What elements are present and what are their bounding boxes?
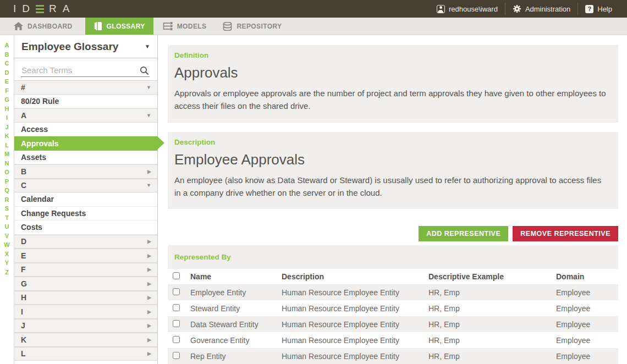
- tree-term-change-requests[interactable]: Change Requests: [14, 207, 157, 221]
- tree-section-i[interactable]: I ▶: [14, 305, 157, 319]
- alpha-jump-q[interactable]: Q: [4, 186, 9, 195]
- search-icon[interactable]: [140, 66, 149, 75]
- tree-section-label: H: [21, 293, 26, 302]
- alpha-jump-x[interactable]: X: [5, 250, 9, 259]
- alpha-jump-u[interactable]: U: [5, 222, 9, 231]
- tree-section-d[interactable]: D ▶: [14, 235, 157, 249]
- alpha-jump-s[interactable]: S: [5, 204, 9, 213]
- help-link[interactable]: ? Help: [578, 0, 619, 18]
- alpha-jump-g[interactable]: G: [4, 95, 9, 104]
- alpha-jump-n[interactable]: N: [5, 159, 9, 168]
- term-detail-panel: Definition Approvals Approvals or employ…: [158, 35, 627, 364]
- column-header-domain: Domain: [556, 272, 618, 281]
- alpha-jump-r[interactable]: R: [5, 195, 9, 205]
- tree-section-a[interactable]: A ▼: [14, 108, 157, 123]
- table-row[interactable]: Employee Entity Human Resource Employee …: [168, 284, 618, 300]
- cell-example: HR, Emp: [428, 288, 556, 297]
- tree-section-label: #: [21, 83, 25, 92]
- table-row[interactable]: Data Steward Entity Human Resource Emplo…: [168, 316, 618, 332]
- alpha-jump-w[interactable]: W: [4, 240, 9, 250]
- help-label: Help: [597, 5, 612, 13]
- administration-link[interactable]: Administration: [505, 0, 578, 18]
- tab-glossary[interactable]: GLOSSARY: [85, 18, 153, 35]
- row-checkbox[interactable]: [173, 320, 180, 327]
- tree-term-access[interactable]: Access: [14, 123, 157, 137]
- chevron-right-icon: ▶: [147, 351, 151, 356]
- cell-domain: Employee: [556, 336, 618, 345]
- tree-term-approvals-selected[interactable]: Approvals: [14, 136, 157, 151]
- represented-by-header: Represented By: [168, 245, 618, 269]
- tree-section-j[interactable]: J ▶: [14, 319, 157, 333]
- tree-section-h[interactable]: H ▶: [14, 291, 157, 305]
- cell-description: Human Resource Employee Entity: [282, 288, 428, 297]
- description-card: Description Employee Approvals An employ…: [168, 132, 618, 209]
- user-menu[interactable]: redhouse\iward: [430, 0, 505, 18]
- row-checkbox[interactable]: [173, 352, 180, 359]
- table-row[interactable]: Goverance Entity Human Resource Employee…: [168, 332, 618, 348]
- alpha-jump-t[interactable]: T: [5, 213, 9, 223]
- tab-models[interactable]: MODELS: [155, 18, 215, 35]
- tree-section-b[interactable]: B ▶: [14, 164, 157, 179]
- brand-letter: A: [63, 0, 71, 18]
- row-checkbox[interactable]: [173, 304, 180, 311]
- alpha-jump-o[interactable]: O: [4, 168, 9, 177]
- tab-repository[interactable]: REPOSITORY: [215, 18, 290, 35]
- alpha-jump-h[interactable]: H: [5, 104, 9, 114]
- alpha-jump-z[interactable]: Z: [5, 268, 9, 277]
- tree-section-hash[interactable]: # ▼: [14, 80, 157, 95]
- alpha-jump-f[interactable]: F: [5, 86, 9, 96]
- brand-letter: D: [22, 0, 31, 18]
- tree-section-label: F: [21, 265, 26, 274]
- brand-letter: I: [13, 0, 17, 18]
- tree-section-l[interactable]: L ▶: [14, 347, 157, 361]
- alpha-jump-j[interactable]: J: [5, 123, 8, 132]
- alpha-jump-v[interactable]: V: [5, 231, 9, 241]
- alpha-jump-p[interactable]: P: [5, 177, 9, 186]
- glossary-selector[interactable]: Employee Glossary ▼: [14, 35, 157, 58]
- tree-term-calendar[interactable]: Calendar: [14, 192, 157, 207]
- cell-domain: Employee: [556, 304, 618, 313]
- select-all-checkbox[interactable]: [173, 272, 180, 279]
- alpha-jump-e[interactable]: E: [5, 77, 9, 86]
- table-row[interactable]: Rep Entity Human Resource Employee Entit…: [168, 348, 618, 364]
- tab-dashboard[interactable]: DASHBOARD: [6, 18, 81, 35]
- definition-body: Approvals or employee approvals are the …: [174, 87, 607, 113]
- alpha-jump-i[interactable]: I: [6, 113, 8, 123]
- term-title: Approvals: [174, 64, 607, 81]
- tree-term-costs[interactable]: Costs: [14, 220, 157, 235]
- alpha-jump-l[interactable]: L: [5, 141, 9, 150]
- chevron-right-icon: ▶: [147, 323, 151, 328]
- tree-section-e[interactable]: E ▶: [14, 249, 157, 263]
- table-row[interactable]: Steward Entity Human Resource Employee E…: [168, 300, 618, 316]
- tree-section-g[interactable]: G ▶: [14, 277, 157, 291]
- cell-description: Human Resource Employee Entity: [282, 352, 428, 361]
- remove-representive-button[interactable]: REMOVE REPRESENTIVE: [513, 226, 618, 241]
- alpha-jump-m[interactable]: M: [4, 150, 9, 159]
- alpha-jump-a[interactable]: A: [5, 41, 9, 50]
- nav-bar: DASHBOARD GLOSSARY MODELS: [0, 18, 627, 35]
- content-shell: A B C D E F G H I J K L M N O P Q R S T …: [0, 35, 627, 364]
- alpha-jump-y[interactable]: Y: [5, 258, 9, 268]
- tree-term-80-20-rule[interactable]: 80/20 Rule: [14, 95, 157, 109]
- row-checkbox[interactable]: [173, 288, 180, 295]
- alpha-jump-b[interactable]: B: [5, 50, 9, 59]
- table-header-row: Name Description Descriptive Example Dom…: [168, 269, 618, 284]
- chevron-right-icon: ▶: [147, 253, 151, 258]
- tree-term-assets[interactable]: Assets: [14, 151, 157, 165]
- tree-section-c[interactable]: C ▼: [14, 179, 157, 193]
- tree-term-label: Costs: [21, 223, 42, 231]
- tree-section-f[interactable]: F ▶: [14, 263, 157, 277]
- column-header-name: Name: [190, 272, 282, 281]
- cell-domain: Employee: [556, 320, 618, 329]
- alpha-jump-c[interactable]: C: [5, 59, 9, 68]
- alpha-jump-d[interactable]: D: [5, 68, 9, 78]
- top-bar-right: redhouse\iward Administration ? Help: [430, 0, 619, 18]
- search-input[interactable]: [21, 64, 150, 77]
- chevron-right-icon: ▶: [147, 337, 151, 343]
- model-list-icon: [163, 22, 173, 30]
- add-representive-button[interactable]: ADD REPRESENTIVE: [419, 226, 508, 241]
- tree-section-k[interactable]: K ▶: [14, 333, 157, 347]
- alpha-jump-k[interactable]: K: [5, 131, 9, 141]
- tree-section-label: J: [21, 321, 25, 330]
- row-checkbox[interactable]: [173, 336, 180, 343]
